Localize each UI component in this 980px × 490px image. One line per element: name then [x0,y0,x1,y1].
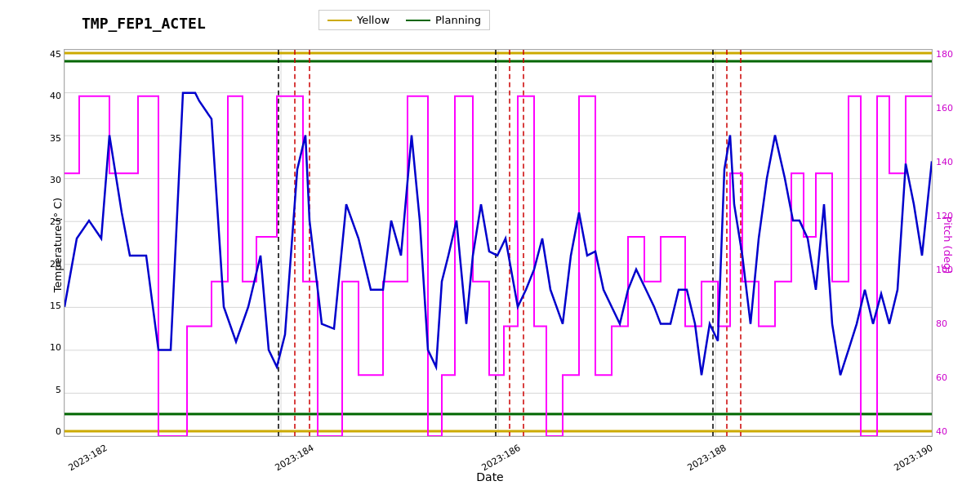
legend: Yellow Planning [318,10,490,30]
y-tick-right-120: 120 [936,211,953,221]
y-tick-right-140: 140 [936,157,953,167]
yellow-legend-line [327,20,352,21]
y-ticks-left: 45 40 35 30 25 20 15 10 5 0 [16,49,61,437]
plot-area [64,49,933,437]
y-tick-right-60: 60 [936,372,947,383]
y-tick-25: 25 [50,216,61,227]
y-tick-45: 45 [50,49,61,60]
legend-planning: Planning [406,14,481,26]
y-tick-right-160: 160 [936,103,953,114]
chart-svg [65,50,932,436]
y-tick-35: 35 [50,133,61,144]
x-axis-label: Date [476,470,503,483]
y-tick-20: 20 [50,259,61,270]
y-tick-right-100: 100 [936,265,953,275]
planning-legend-label: Planning [435,14,481,26]
planning-legend-line [406,20,430,21]
chart-title: TMP_FEP1_ACTEL [82,15,206,32]
x-tick-184: 2023:184 [273,443,315,474]
yellow-legend-label: Yellow [357,14,390,26]
x-ticks: 2023:182 2023:184 2023:186 2023:188 2023… [64,453,933,464]
y-tick-10: 10 [50,342,61,353]
y-ticks-right: 180 160 140 120 100 80 60 40 [936,49,978,437]
legend-yellow: Yellow [327,14,390,26]
chart-container: TMP_FEP1_ACTEL Yellow Planning Temperatu… [0,0,980,490]
y-tick-30: 30 [50,175,61,185]
x-tick-188: 2023:188 [686,443,728,474]
x-tick-182: 2023:182 [67,443,109,474]
y-tick-0: 0 [56,426,61,437]
x-tick-186: 2023:186 [479,443,522,474]
y-tick-right-180: 180 [936,49,953,60]
grid-vertical [65,50,932,436]
y-tick-right-40: 40 [936,426,947,437]
y-tick-5: 5 [56,385,61,395]
black-dotted-lines [278,50,713,436]
y-tick-40: 40 [50,91,61,101]
y-tick-15: 15 [50,301,61,311]
x-tick-190: 2023:190 [893,443,935,474]
y-tick-right-80: 80 [936,318,947,329]
